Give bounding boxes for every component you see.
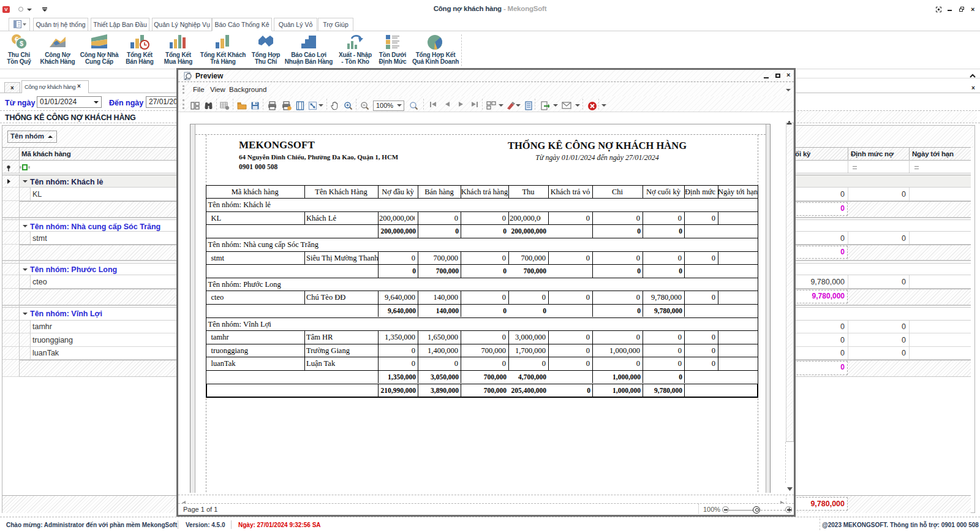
svg-text:$: $ — [20, 40, 23, 47]
